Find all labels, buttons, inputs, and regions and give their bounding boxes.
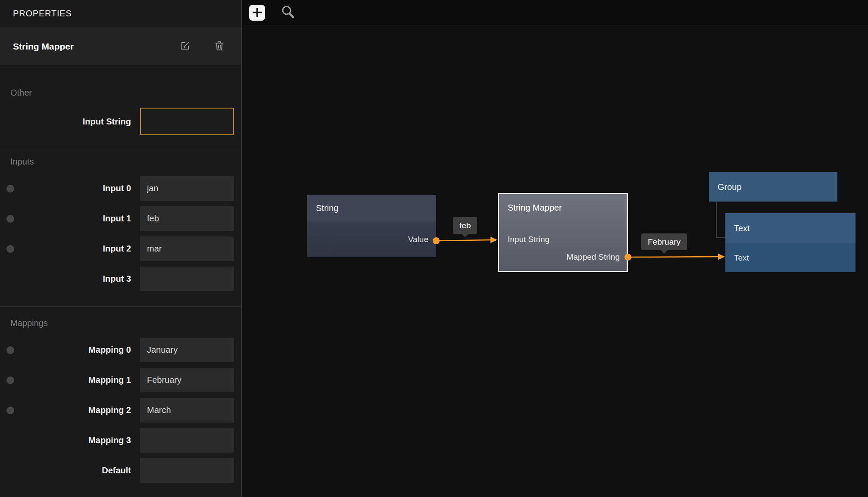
wire-mapper-to-text[interactable] xyxy=(628,257,719,257)
mapping-1-field[interactable] xyxy=(140,368,234,392)
wire-value-badge: feb xyxy=(453,217,477,234)
connection-dot-icon xyxy=(6,185,14,193)
mapping-2-field[interactable] xyxy=(140,398,234,422)
selected-node-row: String Mapper xyxy=(0,27,241,66)
port-value[interactable]: Value xyxy=(307,221,436,257)
port-text[interactable]: Text xyxy=(725,243,856,272)
default-field[interactable] xyxy=(140,458,234,483)
property-row: Input 0 xyxy=(0,176,241,201)
property-row: Mapping 2 xyxy=(0,398,241,422)
node-string[interactable]: String Value xyxy=(307,195,436,257)
wire-value-badge: February xyxy=(641,233,687,250)
node-group-title: Group xyxy=(718,182,742,192)
section-divider xyxy=(0,145,241,145)
search-icon xyxy=(281,5,295,21)
input-2-label: Input 2 xyxy=(0,244,131,254)
section-label-inputs: Inputs xyxy=(10,156,241,167)
mapping-2-label: Mapping 2 xyxy=(0,405,131,415)
property-row: Input 2 xyxy=(0,236,241,261)
node-editor-canvas[interactable]: String Value String Mapper Input String … xyxy=(242,0,868,497)
input-string-label: Input String xyxy=(0,117,131,127)
trash-icon xyxy=(215,40,224,53)
properties-panel: PROPERTIES String Mapper xyxy=(0,0,242,497)
arrowhead-icon xyxy=(490,237,497,243)
wire-string-to-mapper[interactable] xyxy=(436,240,491,241)
mapping-1-label: Mapping 1 xyxy=(0,375,131,385)
property-row: Mapping 0 xyxy=(0,338,241,362)
node-mapper-title: String Mapper xyxy=(508,203,562,213)
section-label-mappings: Mappings xyxy=(10,318,241,328)
connection-dot-icon xyxy=(6,245,14,253)
property-row: Mapping 1 xyxy=(0,368,241,392)
connection-dot-icon xyxy=(6,346,14,354)
node-text[interactable]: Text Text xyxy=(725,213,856,272)
section-divider xyxy=(0,306,241,307)
node-string-title: String xyxy=(307,195,436,221)
connection-dot-icon xyxy=(6,215,14,223)
input-1-label: Input 1 xyxy=(0,214,131,224)
input-0-field[interactable] xyxy=(140,176,234,201)
connection-dot-icon xyxy=(6,407,14,414)
arrowhead-icon xyxy=(718,254,725,260)
property-row: Input 1 xyxy=(0,206,241,231)
node-string-mapper-selected[interactable]: String Mapper Input String Mapped String xyxy=(498,193,628,272)
mapping-3-field[interactable] xyxy=(140,428,234,453)
input-1-field[interactable] xyxy=(140,206,234,231)
input-2-field[interactable] xyxy=(140,236,234,261)
input-string-field[interactable] xyxy=(140,108,234,135)
delete-button[interactable] xyxy=(215,40,224,53)
input-0-label: Input 0 xyxy=(0,183,131,193)
add-node-button[interactable] xyxy=(249,5,265,21)
property-row: Input 3 xyxy=(0,267,241,291)
section-label-other: Other xyxy=(10,87,241,98)
mapping-0-field[interactable] xyxy=(140,338,234,362)
panel-title: PROPERTIES xyxy=(0,0,241,27)
property-row: Input String xyxy=(0,108,241,135)
mapping-0-label: Mapping 0 xyxy=(0,345,131,355)
input-3-label: Input 3 xyxy=(0,274,131,284)
port-mapped-string[interactable]: Mapped String xyxy=(566,252,620,262)
group-child-connector xyxy=(716,202,725,238)
edit-icon xyxy=(180,40,190,52)
node-group[interactable]: Group xyxy=(709,172,837,202)
default-label: Default xyxy=(0,466,131,475)
input-3-field[interactable] xyxy=(140,267,234,291)
search-button[interactable] xyxy=(281,5,295,21)
rename-button[interactable] xyxy=(180,40,190,52)
property-row: Default xyxy=(0,458,241,483)
port-input-string[interactable]: Input String xyxy=(508,235,550,244)
node-text-title: Text xyxy=(725,213,856,243)
canvas-toolbar xyxy=(242,0,868,25)
selected-node-title: String Mapper xyxy=(13,41,180,52)
connection-dot-icon xyxy=(6,376,14,384)
property-row: Mapping 3 xyxy=(0,428,241,453)
mapping-3-label: Mapping 3 xyxy=(0,435,131,445)
